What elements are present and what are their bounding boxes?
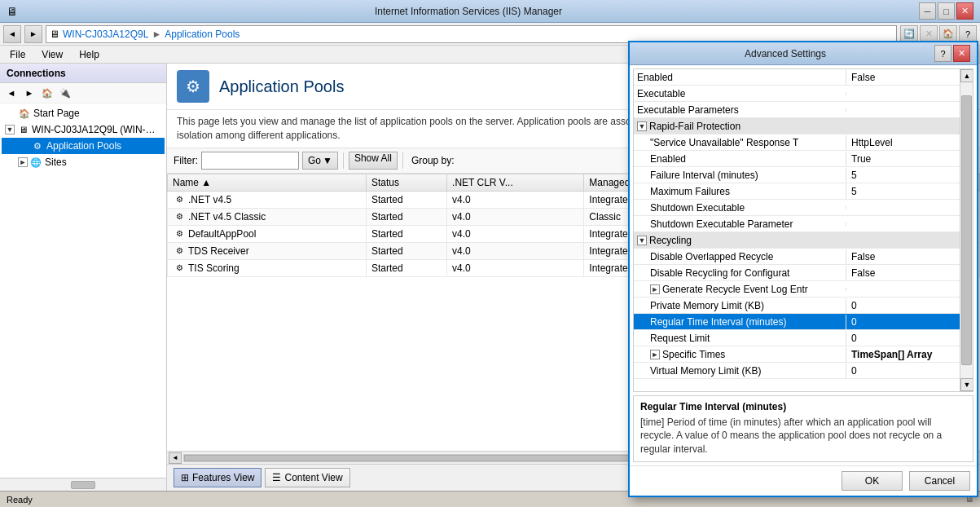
prop-name-cell: ▼Rapid-Fail Protection: [634, 121, 846, 132]
cell-clr: v4.0: [447, 191, 584, 208]
advanced-help-button[interactable]: ?: [934, 45, 951, 62]
prop-row[interactable]: Virtual Memory Limit (KB) 0: [634, 363, 960, 379]
cell-clr: v4.0: [447, 225, 584, 242]
tree-label-start-page: Start Page: [33, 108, 80, 119]
status-text: Ready: [7, 495, 33, 505]
prop-expand-icon[interactable]: ►: [650, 284, 660, 294]
address-leaf[interactable]: Application Pools: [165, 29, 240, 40]
tree-item-sites[interactable]: ► 🌐 Sites: [2, 154, 165, 170]
show-all-button[interactable]: Show All: [349, 152, 398, 170]
prop-name-cell: Private Memory Limit (KB): [634, 300, 846, 311]
minimize-button[interactable]: ─: [919, 2, 936, 20]
features-view-button[interactable]: ⊞ Features View: [174, 468, 261, 487]
prop-row[interactable]: Enabled False: [634, 69, 960, 86]
prop-name: Executable: [634, 88, 688, 99]
prop-name-cell: Virtual Memory Limit (KB): [634, 365, 846, 377]
cancel-button[interactable]: Cancel: [909, 471, 970, 491]
content-view-button[interactable]: ☰ Content View: [265, 468, 349, 487]
app-pools-icon: ⚙: [31, 139, 44, 152]
prop-row[interactable]: Maximum Failures 5: [634, 183, 960, 200]
prop-row[interactable]: Private Memory Limit (KB) 0: [634, 298, 960, 314]
prop-name-cell: ▼Recycling: [634, 235, 846, 246]
prop-row[interactable]: Failure Interval (minutes) 5: [634, 167, 960, 183]
conn-home-btn[interactable]: 🏠: [39, 85, 55, 101]
col-clr[interactable]: .NET CLR V...: [447, 174, 584, 191]
advanced-close-button[interactable]: ✕: [953, 45, 970, 62]
prop-value-cell: [846, 239, 960, 242]
filter-separator2: [402, 152, 403, 169]
conn-connect-btn[interactable]: 🔌: [57, 85, 73, 101]
back-button[interactable]: ◄: [3, 25, 21, 43]
prop-row[interactable]: "Service Unavailable" Response T HttpLev…: [634, 134, 960, 151]
properties-section: Enabled False Executable Executable Para…: [633, 68, 973, 392]
prop-row[interactable]: Disable Recycling for Configurat False: [634, 265, 960, 281]
ok-button[interactable]: OK: [842, 471, 903, 491]
cell-status: Started: [366, 259, 446, 276]
server-expand-icon[interactable]: ▼: [5, 125, 15, 134]
adv-desc-title: Regular Time Interval (minutes): [640, 401, 966, 412]
filter-label: Filter:: [174, 155, 198, 166]
adv-desc-text: [time] Period of time (in minutes) after…: [640, 416, 966, 456]
filter-input[interactable]: [201, 152, 299, 170]
address-root[interactable]: WIN-CJ03JA12Q9L: [63, 29, 148, 40]
tree-label-server: WIN-CJ03JA12Q9L (WIN-CJ0...: [32, 124, 161, 135]
prop-value-cell: [846, 108, 960, 112]
forward-button[interactable]: ►: [24, 25, 42, 43]
prop-name: Enabled: [634, 72, 676, 83]
tree-item-start-page[interactable]: 🏠 Start Page: [2, 105, 165, 121]
address-icon: 🖥: [50, 29, 59, 40]
cell-name: ⚙DefaultAppPool: [168, 225, 367, 242]
prop-row[interactable]: ►Specific Times TimeSpan[] Array: [634, 346, 960, 363]
scroll-down-btn[interactable]: ▼: [960, 378, 973, 391]
left-panel-hscroll[interactable]: [0, 478, 166, 491]
scroll-left-btn[interactable]: ◄: [169, 452, 182, 464]
prop-row[interactable]: Executable Parameters: [634, 102, 960, 118]
hscroll-thumb[interactable]: [71, 481, 95, 489]
prop-expand-icon[interactable]: ►: [650, 350, 660, 359]
maximize-button[interactable]: □: [938, 2, 955, 20]
scroll-up-btn[interactable]: ▲: [960, 69, 973, 82]
go-button[interactable]: Go ▼: [302, 152, 338, 170]
tree-item-app-pools[interactable]: ⚙ Application Pools: [2, 138, 165, 154]
prop-name-cell: Shutdown Executable: [634, 202, 846, 214]
col-name[interactable]: Name ▲: [168, 174, 367, 191]
prop-name: Private Memory Limit (KB): [634, 300, 767, 311]
main-panel-icon: ⚙: [177, 70, 209, 103]
section-expand-icon[interactable]: ▼: [637, 121, 647, 131]
prop-row[interactable]: ▼Recycling: [634, 232, 960, 249]
prop-row[interactable]: ▼Rapid-Fail Protection: [634, 118, 960, 134]
cell-status: Started: [366, 191, 446, 208]
conn-back-btn[interactable]: ◄: [3, 85, 20, 101]
col-status[interactable]: Status: [366, 174, 446, 191]
tree-label-app-pools: Application Pools: [46, 140, 121, 152]
tree-item-server[interactable]: ▼ 🖥 WIN-CJ03JA12Q9L (WIN-CJ0...: [2, 121, 165, 138]
prop-row[interactable]: Executable: [634, 86, 960, 102]
section-expand-icon[interactable]: ▼: [637, 236, 647, 245]
features-view-icon: ⊞: [181, 472, 189, 483]
prop-value-cell: TimeSpan[] Array: [846, 347, 960, 362]
sites-expand-icon[interactable]: ►: [18, 157, 28, 167]
prop-row[interactable]: Regular Time Interval (minutes) 0: [634, 314, 960, 330]
advanced-settings-panel: Advanced Settings ? ✕ Enabled False Exec…: [628, 41, 978, 497]
properties-scrollbar[interactable]: ▲ ▼: [960, 69, 973, 391]
menu-help[interactable]: Help: [73, 47, 106, 62]
prop-name: Generate Recycle Event Log Entr: [662, 284, 808, 295]
prop-row[interactable]: Request Limit 0: [634, 330, 960, 346]
prop-row[interactable]: ►Generate Recycle Event Log Entr: [634, 281, 960, 298]
prop-value-cell: [846, 206, 960, 209]
prop-row[interactable]: Shutdown Executable: [634, 200, 960, 216]
advanced-settings-controls: ? ✕: [934, 45, 970, 62]
go-dropdown-icon[interactable]: ▼: [323, 155, 332, 166]
prop-value-cell: 0: [846, 364, 960, 378]
prop-value-cell: 5: [846, 184, 960, 199]
menu-view[interactable]: View: [35, 47, 69, 62]
close-button[interactable]: ✕: [956, 2, 973, 20]
scroll-thumb[interactable]: [961, 95, 972, 365]
prop-row[interactable]: Enabled True: [634, 151, 960, 167]
prop-name: Maximum Failures: [634, 186, 733, 197]
conn-forward-btn[interactable]: ►: [21, 85, 37, 101]
prop-row[interactable]: Shutdown Executable Parameter: [634, 216, 960, 232]
title-bar: 🖥 Internet Information Services (IIS) Ma…: [0, 0, 980, 23]
menu-file[interactable]: File: [3, 47, 32, 62]
prop-row[interactable]: Disable Overlapped Recycle False: [634, 249, 960, 265]
